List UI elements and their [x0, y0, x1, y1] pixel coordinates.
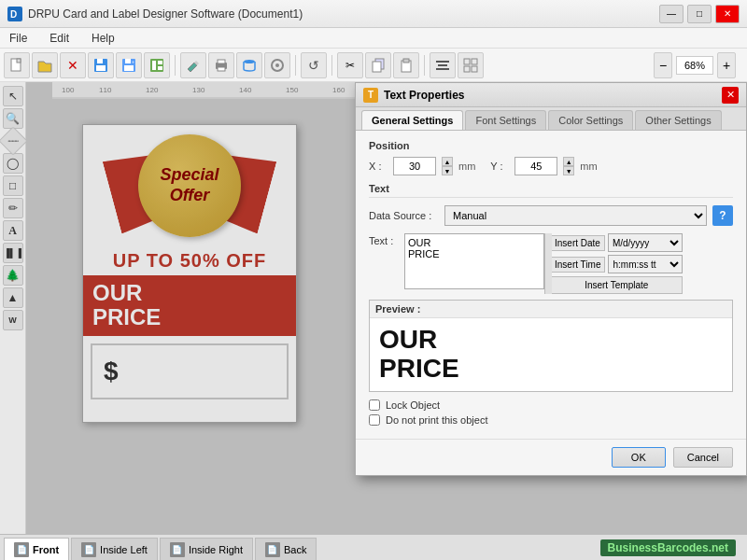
ellipse-tool[interactable]: ◯	[3, 153, 23, 174]
minimize-button[interactable]: —	[659, 5, 684, 23]
close-button[interactable]: ✕	[715, 5, 740, 23]
y-up-button[interactable]: ▲	[563, 157, 574, 166]
pencil-tool[interactable]: ✏	[3, 198, 23, 218]
tab-inside-right[interactable]: 📄 Inside Right	[160, 538, 253, 560]
svg-rect-14	[158, 66, 162, 70]
preview-label: Preview :	[370, 301, 732, 318]
edit-button[interactable]	[180, 52, 206, 78]
select-tool[interactable]: ↖	[3, 86, 23, 106]
tab-inside-left[interactable]: 📄 Inside Left	[71, 538, 158, 560]
x-label: X :	[369, 161, 388, 172]
image-tool[interactable]: 🌲	[3, 265, 23, 286]
shape-tool[interactable]: ▲	[3, 287, 23, 308]
paste-button[interactable]	[393, 52, 419, 78]
preview-section: Preview : OUR PRICE	[369, 300, 733, 392]
open-button[interactable]	[32, 52, 58, 78]
datasource-row: Data Source : Manual Database Sequence ?	[369, 205, 733, 226]
zoom-in-button[interactable]: +	[717, 52, 736, 78]
svg-rect-13	[158, 61, 162, 64]
x-up-button[interactable]: ▲	[442, 157, 453, 166]
window-controls: — □ ✕	[659, 5, 740, 23]
title-bar: D DRPU Card and Label Designer Software …	[0, 0, 747, 28]
text-field-label: Text :	[369, 233, 399, 294]
close-doc-button[interactable]: ✕	[60, 52, 86, 78]
group-button[interactable]	[458, 52, 484, 78]
cut-button[interactable]: ✂	[337, 52, 363, 78]
date-format-select[interactable]: M/d/yyyy MM/dd/yyyy	[608, 233, 683, 252]
preview-line2: PRICE	[379, 354, 459, 383]
zoom-input[interactable]: 68%	[676, 56, 713, 75]
dialog-title: Text Properties	[384, 89, 464, 102]
wms-tool[interactable]: W	[3, 310, 23, 330]
time-format-select[interactable]: h:mm:ss tt HH:mm:ss	[608, 255, 683, 273]
line-tool[interactable]: ⟋	[0, 126, 27, 155]
dialog-overlay: T Text Properties ✕ General Settings Fon…	[26, 82, 747, 534]
db-button[interactable]	[236, 52, 262, 78]
y-unit: mm	[580, 161, 597, 172]
zoom-tool[interactable]: 🔍	[3, 108, 23, 129]
tab-color-settings[interactable]: Color Settings	[548, 110, 633, 130]
svg-rect-5	[97, 59, 103, 63]
cancel-button[interactable]: Cancel	[673, 447, 733, 468]
menu-edit[interactable]: Edit	[44, 30, 75, 47]
branding: BusinessBarcodes.net	[600, 535, 743, 560]
barcode-tool[interactable]: ▐▌▐	[3, 243, 23, 263]
tab-other-settings[interactable]: Other Settings	[635, 110, 721, 130]
saveas-button[interactable]: +	[116, 52, 142, 78]
no-print-label: Do not print this object	[386, 414, 487, 426]
svg-rect-31	[472, 66, 477, 72]
dialog-close-button[interactable]: ✕	[722, 87, 739, 104]
svg-point-18	[244, 60, 255, 63]
dialog-icon: T	[363, 88, 378, 103]
template-button[interactable]	[144, 52, 170, 78]
position-row: X : ▲ ▼ mm Y : ▲ ▼ mm	[369, 157, 733, 175]
textarea-scrollbar[interactable]	[544, 233, 552, 294]
svg-text:+: +	[132, 59, 134, 64]
y-spinner[interactable]: ▲ ▼	[563, 157, 574, 175]
tab-font-settings[interactable]: Font Settings	[465, 110, 546, 130]
settings-button[interactable]	[264, 52, 290, 78]
tab-front[interactable]: 📄 Front	[4, 538, 69, 560]
no-print-checkbox[interactable]	[369, 414, 380, 426]
y-down-button[interactable]: ▼	[563, 166, 574, 175]
tab-back-icon: 📄	[265, 542, 280, 557]
y-input[interactable]	[514, 157, 557, 175]
x-down-button[interactable]: ▼	[442, 166, 453, 175]
tab-inside-left-icon: 📄	[81, 542, 96, 557]
svg-rect-3	[17, 59, 21, 63]
help-button[interactable]: ?	[712, 205, 733, 226]
zoom-out-button[interactable]: −	[654, 52, 672, 78]
copy-button[interactable]	[365, 52, 391, 78]
menu-file[interactable]: File	[4, 30, 33, 47]
rect-tool[interactable]: □	[3, 175, 23, 196]
maximize-button[interactable]: □	[687, 5, 712, 23]
new-button[interactable]	[4, 52, 30, 78]
align-button[interactable]	[430, 52, 456, 78]
datasource-label: Data Source :	[369, 210, 439, 221]
datasource-select[interactable]: Manual Database Sequence	[444, 205, 707, 226]
lock-object-checkbox[interactable]	[369, 399, 380, 411]
menu-help[interactable]: Help	[86, 30, 120, 47]
tab-general-settings[interactable]: General Settings	[361, 110, 463, 130]
bottom-bar: 📄 Front 📄 Inside Left 📄 Inside Right 📄 B…	[0, 534, 747, 560]
text-tool[interactable]: A	[3, 220, 23, 241]
x-spinner[interactable]: ▲ ▼	[442, 157, 453, 175]
insert-date-button[interactable]: Insert Date	[550, 235, 605, 251]
svg-point-20	[275, 63, 279, 67]
left-toolbar: ↖ 🔍 ⟋ ◯ □ ✏ A ▐▌▐ 🌲 ▲ W	[0, 82, 26, 534]
save-button[interactable]	[88, 52, 114, 78]
insert-time-button[interactable]: Insert Time	[550, 257, 605, 273]
x-input[interactable]	[393, 157, 436, 175]
tab-back[interactable]: 📄 Back	[255, 538, 317, 560]
print-button[interactable]	[208, 52, 234, 78]
tab-front-label: Front	[33, 544, 59, 555]
text-textarea[interactable]: OUR PRICE	[404, 233, 544, 289]
no-print-row: Do not print this object	[369, 414, 733, 426]
insert-buttons-column: Insert Date M/d/yyyy MM/dd/yyyy Insert T…	[550, 233, 683, 294]
text-properties-dialog: T Text Properties ✕ General Settings Fon…	[355, 82, 747, 476]
y-label: Y :	[490, 161, 509, 172]
insert-template-button[interactable]: Insert Template	[550, 276, 683, 294]
text-section-label: Text	[369, 183, 733, 198]
ok-button[interactable]: OK	[612, 447, 666, 468]
undo-button[interactable]: ↺	[301, 52, 327, 78]
